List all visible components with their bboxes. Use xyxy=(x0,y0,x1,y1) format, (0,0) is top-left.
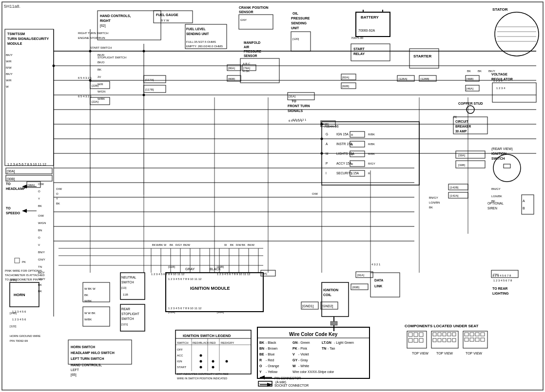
svg-text:DOT INDICATES CONTINUITY WITH : DOT INDICATES CONTINUITY WITH RED xyxy=(177,373,229,375)
svg-text:1 2 3 4 5 6 7 8 9 10 11 12: 1 2 3 4 5 6 7 8 9 10 11 12 xyxy=(7,163,46,166)
svg-text:GNY: GNY xyxy=(240,19,247,21)
svg-text:[82A]: [82A] xyxy=(342,76,349,79)
svg-text:1  2  3  4  5  6  7  8  9  10 : 1 2 3 4 5 6 7 8 9 10 11 12 xyxy=(168,278,202,280)
svg-text:CRANK POSITION: CRANK POSITION xyxy=(239,6,269,9)
svg-text:[65]: [65] xyxy=(71,373,77,377)
svg-text:R/GY: R/GY xyxy=(368,162,375,165)
svg-text:[10A]: [10A] xyxy=(217,311,224,314)
svg-text:- Brown: - Brown xyxy=(266,347,277,350)
svg-point-252 xyxy=(200,360,202,363)
svg-text:BK: BK xyxy=(38,205,42,207)
svg-text:- Yellow: - Yellow xyxy=(266,370,278,373)
svg-text:R BK: R BK xyxy=(243,70,250,73)
svg-point-344 xyxy=(321,138,323,140)
svg-text:SIREN: SIREN xyxy=(487,206,497,210)
svg-text:BK: BK xyxy=(478,70,482,73)
svg-text:IGN 15A: IGN 15A xyxy=(336,132,349,136)
svg-text:ACC: ACC xyxy=(177,354,183,357)
svg-text:LGN/BK: LGN/BK xyxy=(491,195,502,198)
svg-text:HEADLAMP: HEADLAMP xyxy=(6,187,25,190)
svg-text:PIN 70092-99: PIN 70092-99 xyxy=(10,339,28,342)
svg-text:[122]: [122] xyxy=(10,325,17,328)
svg-text:W/BK: W/BK xyxy=(156,243,163,246)
svg-text:[91A]: [91A] xyxy=(357,274,364,277)
svg-text:R/BK: R/BK xyxy=(368,133,375,136)
svg-text:BN/Y: BN/Y xyxy=(38,251,45,254)
svg-text:TO: TO xyxy=(6,206,11,210)
svg-text:A: A xyxy=(326,142,328,146)
svg-text:[30A]: [30A] xyxy=(7,169,15,173)
svg-text:6 5 4 3 2 1: 6 5 4 3 2 1 xyxy=(292,118,307,121)
svg-text:6 5 4 3 2 1: 6 5 4 3 2 1 xyxy=(78,95,92,98)
svg-text:[117A]: [117A] xyxy=(145,78,154,81)
svg-text:SENSOR: SENSOR xyxy=(244,54,257,57)
svg-text:TOP VIEW: TOP VIEW xyxy=(436,352,453,355)
svg-text:BK/W: BK/W xyxy=(248,243,255,246)
svg-text:1 2 3 4 5 6 7 8 9 10 11 12: 1 2 3 4 5 6 7 8 9 10 11 12 xyxy=(217,273,251,276)
svg-text:- Light Green: - Light Green xyxy=(334,341,354,345)
svg-text:NEUTRAL: NEUTRAL xyxy=(121,276,136,279)
svg-text:SIGNALS: SIGNALS xyxy=(288,109,303,112)
svg-text:1 2 3 4 5 6 7 8 9 10 11 12: 1 2 3 4 5 6 7 8 9 10 11 12 xyxy=(151,273,185,276)
svg-text:STOPLIGHT: STOPLIGHT xyxy=(121,312,139,316)
svg-text:O/W: O/W xyxy=(312,192,318,195)
svg-text:RED/GRY: RED/GRY xyxy=(221,341,234,344)
svg-text:[121]: [121] xyxy=(121,323,128,326)
svg-text:TSM/TSSM: TSM/TSSM xyxy=(7,32,25,36)
svg-text:- Blue: - Blue xyxy=(266,353,274,356)
svg-text:W/R: W/R xyxy=(97,83,103,86)
svg-point-254 xyxy=(212,366,214,369)
svg-text:COPPER STUD: COPPER STUD xyxy=(458,102,483,105)
svg-text:O: O xyxy=(38,190,40,193)
svg-text:[13]: [13] xyxy=(121,286,126,289)
svg-text:OIL: OIL xyxy=(292,12,298,15)
svg-text:HEADLAMP HI/LO SWITCH: HEADLAMP HI/LO SWITCH xyxy=(71,351,115,355)
svg-text:GN: GN xyxy=(292,341,298,344)
svg-text:FUEL LEVEL: FUEL LEVEL xyxy=(186,27,206,31)
svg-text:- Pink: - Pink xyxy=(298,347,307,350)
svg-point-341 xyxy=(89,79,92,82)
svg-text:R: R xyxy=(351,163,353,166)
svg-text:1 2 3 4 5 6 7 8: 1 2 3 4 5 6 7 8 xyxy=(493,279,512,282)
svg-text:R/W: R/W xyxy=(236,243,242,246)
svg-text:BK: BK xyxy=(230,243,234,246)
svg-text:PRESSURE: PRESSURE xyxy=(291,17,310,20)
svg-text:BN: BN xyxy=(38,229,42,232)
svg-text:R/W: R/W xyxy=(6,66,12,69)
svg-text:BK: BK xyxy=(429,206,433,209)
svg-text:- White: - White xyxy=(298,364,309,368)
svg-text:RIGHT: RIGHT xyxy=(100,19,111,22)
svg-text:[80B]: [80B] xyxy=(228,77,235,80)
svg-text:[46A]: [46A] xyxy=(467,87,473,90)
svg-text:RIGHT TURN SWITCH: RIGHT TURN SWITCH xyxy=(78,32,108,35)
svg-text:P: P xyxy=(326,162,328,165)
svg-text:[117B]: [117B] xyxy=(145,88,154,91)
svg-text:[83B]: [83B] xyxy=(352,286,359,289)
svg-text:J: J xyxy=(351,172,352,175)
svg-text:SPEEDO: SPEEDO xyxy=(6,211,20,215)
svg-text:CIRCUIT: CIRCUIT xyxy=(455,120,468,123)
svg-text:COIL: COIL xyxy=(323,293,331,297)
svg-text:HORN SWITCH: HORN SWITCH xyxy=(71,345,95,349)
svg-rect-186 xyxy=(331,321,337,325)
svg-point-342 xyxy=(143,94,145,96)
svg-text:70675-00: 70675-00 xyxy=(351,37,364,39)
svg-text:W  BK  W: W BK W xyxy=(84,287,96,290)
svg-text:W/GN: W/GN xyxy=(38,222,46,224)
svg-text:B  Y  W: B Y W xyxy=(161,19,169,22)
svg-text:SWITCH: SWITCH xyxy=(121,280,134,284)
svg-text:11B: 11B xyxy=(123,293,128,296)
svg-text:[120]: [120] xyxy=(292,37,299,40)
svg-text:TO: TO xyxy=(6,182,11,186)
svg-text:- Green: - Green xyxy=(298,341,310,344)
svg-text:- Gray: - Gray xyxy=(298,358,308,362)
svg-text:LINK: LINK xyxy=(374,284,382,288)
svg-text:[11B]: [11B] xyxy=(168,265,175,268)
svg-text:SENDING: SENDING xyxy=(291,21,307,25)
svg-point-255 xyxy=(200,366,202,369)
svg-text:W  W  BK: W W BK xyxy=(84,312,96,315)
svg-point-253 xyxy=(226,360,228,363)
svg-text:OFF: OFF xyxy=(177,348,183,351)
svg-text:1 2 3 4: 1 2 3 4 xyxy=(493,79,503,82)
svg-text:FRONT TURN: FRONT TURN xyxy=(288,104,310,108)
